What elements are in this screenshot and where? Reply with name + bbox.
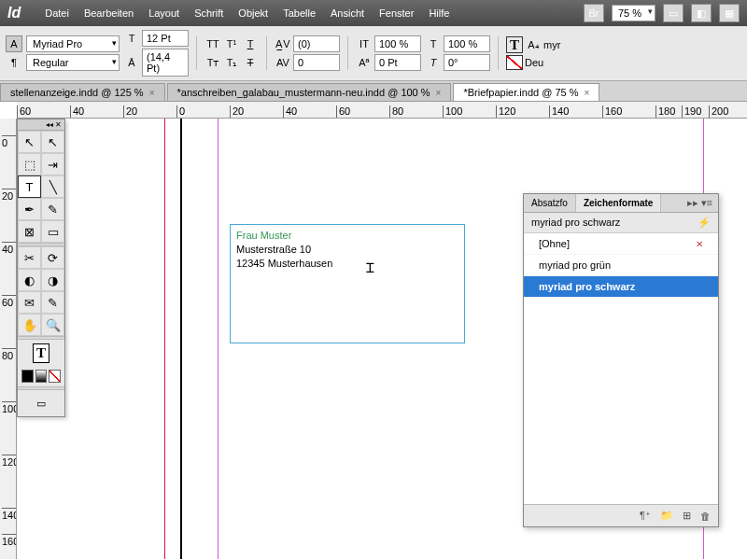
screen-mode-icon[interactable]: ◧ [691,4,712,22]
underline-icon[interactable]: T [242,35,259,52]
panel-menu-icon[interactable]: ▾≡ [701,197,712,208]
font-size-input[interactable]: 12 Pt [142,30,189,47]
pen-tool[interactable]: ✒ [18,198,41,220]
panel-collapse-icon[interactable]: ▸▸ [687,197,698,208]
arrange-icon[interactable]: ▦ [719,4,740,22]
menu-bearbeiten[interactable]: Bearbeiten [84,7,134,19]
kerning-icon: A̲V [275,35,291,52]
character-styles-panel[interactable]: Absatzfo Zeichenformate ▸▸ ▾≡ myriad pro… [523,193,719,527]
baseline-input[interactable]: 0 Pt [374,54,421,71]
trash-icon[interactable]: 🗑 [700,511,711,522]
swatch-gradient[interactable] [35,370,48,383]
type-tool[interactable]: T [18,175,41,198]
subscript-icon[interactable]: T₁ [223,54,240,71]
tracking-input[interactable]: 0 [293,54,340,71]
view-mode-icon[interactable]: ▭ [663,4,684,22]
scissors-tool[interactable]: ✂ [18,246,41,269]
char-style-value[interactable]: myr [543,39,560,50]
quick-apply-icon[interactable]: ⚡ [698,217,711,229]
note-tool[interactable]: ✉ [18,291,41,314]
ruler-horizontal[interactable]: 60 40 20 0 20 40 60 80 100 120 140 160 1… [17,102,747,119]
selection-tool[interactable]: ↖ [18,131,41,153]
gradient-feather-tool[interactable]: ◑ [41,269,64,291]
font-style-dropdown[interactable]: Regular [26,54,120,71]
workspace: 60 40 20 0 20 40 60 80 100 120 140 160 1… [0,102,747,559]
char-format-icon[interactable]: A [6,35,22,52]
address-line2: Musterstraße 10 [236,243,458,257]
text-frame[interactable]: Frau Muster Musterstraße 10 12345 Muster… [230,224,465,343]
page-tool[interactable]: ⬚ [18,153,41,175]
view-mode-tool[interactable]: ▭ [18,390,64,416]
bridge-button[interactable]: Br [584,4,604,22]
menu-hilfe[interactable]: Hilfe [429,7,449,19]
control-bar: A ¶ Myriad Pro Regular T12 Pt Ā(14,4 Pt)… [0,26,747,81]
style-item-schwarz[interactable]: myriad pro schwarz [524,276,718,298]
menu-schrift[interactable]: Schrift [194,7,223,19]
gap-tool[interactable]: ⇥ [41,153,64,175]
transform-tool[interactable]: ⟳ [41,246,64,269]
swatch-none[interactable] [49,370,61,383]
leading-icon: Ā [123,54,140,71]
menu-bar: Id Datei Bearbeiten Layout Schrift Objek… [0,0,747,26]
allcaps-icon[interactable]: TT [204,35,221,52]
current-style-label: myriad pro schwarz [531,217,620,229]
text-cursor-icon: Ꮖ [366,260,374,276]
hand-tool[interactable]: ✋ [18,314,41,336]
menu-ansicht[interactable]: Ansicht [331,7,364,19]
menu-layout[interactable]: Layout [148,7,179,19]
zoom-tool[interactable]: 🔍 [41,314,64,336]
line-tool[interactable]: ╲ [41,175,64,198]
skew-icon: T [425,54,442,71]
toolbox[interactable]: ◂◂ ✕ ↖ ↖ ⬚ ⇥ T ╲ ✒ ✎ ⊠ ▭ ✂ ⟳ ◐ ◑ ✉ ✎ ✋ 🔍… [17,119,65,417]
app-logo: Id [7,5,21,21]
tab-anschreiben[interactable]: *anschreiben_galabau_mustermann-neu.indd… [167,83,452,101]
stroke-color-icon[interactable] [506,55,523,70]
style-item-none[interactable]: [Ohne] ✕ [524,233,718,255]
toolbox-header[interactable]: ◂◂ ✕ [18,119,64,131]
zoom-dropdown[interactable]: 75 % [612,5,655,21]
gradient-tool[interactable]: ◐ [18,269,41,291]
kerning-input[interactable]: (0) [293,35,340,52]
style-group-icon[interactable]: ¶⁺ [640,510,651,522]
close-icon[interactable]: × [585,88,590,98]
font-family-dropdown[interactable]: Myriad Pro [26,35,120,52]
leading-input[interactable]: (14,4 Pt) [142,49,189,77]
style-list: [Ohne] ✕ myriad pro grün myriad pro schw… [524,233,718,504]
close-icon[interactable]: × [436,88,442,98]
ruler-vertical[interactable]: 0 20 40 60 80 100 120 140 160 170 [0,119,17,559]
language-label[interactable]: Deu [525,57,543,68]
rectangle-tool[interactable]: ▭ [41,220,64,243]
new-folder-icon[interactable]: 📁 [660,510,673,522]
page-edge [180,119,182,559]
style-item-gruen[interactable]: myriad pro grün [524,255,718,276]
panel-tab-paragraph[interactable]: Absatzfo [524,194,576,212]
new-style-icon[interactable]: ⊞ [683,510,691,522]
menu-fenster[interactable]: Fenster [379,7,414,19]
smallcaps-icon[interactable]: Tᴛ [204,54,221,71]
menu-datei[interactable]: Datei [45,7,69,19]
para-format-icon[interactable]: ¶ [6,54,22,71]
rectangle-frame-tool[interactable]: ⊠ [18,220,41,243]
strike-icon[interactable]: T [242,54,259,71]
superscript-icon[interactable]: T¹ [223,35,240,52]
close-icon[interactable]: × [149,88,155,98]
fill-stroke-swap[interactable]: T [18,340,64,366]
guide-line[interactable] [164,119,165,559]
menu-tabelle[interactable]: Tabelle [283,7,316,19]
skew-input[interactable]: 0° [444,54,490,71]
delete-icon[interactable]: ✕ [696,239,703,249]
pencil-tool[interactable]: ✎ [41,198,64,220]
baseline-icon: Aª [356,54,373,71]
menu-objekt[interactable]: Objekt [238,7,268,19]
panel-tab-character[interactable]: Zeichenformate [576,194,661,212]
eyedropper-tool[interactable]: ✎ [41,291,64,314]
tab-stellenanzeige[interactable]: stellenanzeige.indd @ 125 %× [0,83,165,101]
tab-briefpapier[interactable]: *Briefpapier.indd @ 75 %× [453,83,599,101]
address-line3: 12345 Musterhausen [236,257,458,271]
swatch-black[interactable] [21,370,34,383]
fill-color-icon[interactable]: T [506,36,523,53]
direct-selection-tool[interactable]: ↖ [41,131,64,153]
hscale-input[interactable]: 100 % [444,35,490,52]
vscale-input[interactable]: 100 % [374,35,421,52]
font-size-icon: T [123,30,140,47]
